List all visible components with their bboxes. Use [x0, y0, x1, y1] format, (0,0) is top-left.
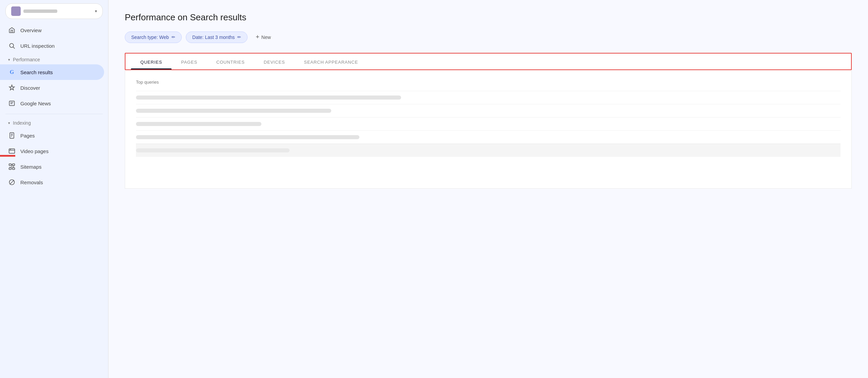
- indexing-section[interactable]: ▾ Indexing: [0, 117, 108, 128]
- filter-bar: Search type: Web ✏ Date: Last 3 months ✏…: [125, 31, 852, 43]
- removals-icon: [8, 178, 16, 186]
- sidebar-item-overview-label: Overview: [20, 27, 42, 33]
- search-type-filter[interactable]: Search type: Web ✏: [125, 31, 182, 43]
- svg-rect-10: [9, 149, 15, 153]
- site-name-blurred: [23, 9, 57, 13]
- new-filter-label: New: [261, 35, 271, 40]
- sidebar-item-google-news[interactable]: Google News: [0, 96, 104, 111]
- search-type-edit-icon: ✏: [172, 35, 175, 40]
- svg-rect-14: [13, 164, 15, 166]
- table-row: [136, 117, 841, 130]
- performance-arrow-icon: ▾: [8, 58, 10, 62]
- table-row: [136, 91, 841, 104]
- svg-line-22: [10, 180, 14, 185]
- sidebar: ▾ Overview URL inspection ▾ Performance …: [0, 0, 108, 378]
- query-bar-blurred: [136, 135, 359, 139]
- sidebar-item-pages[interactable]: Pages: [0, 128, 104, 143]
- top-queries-label: Top queries: [136, 80, 841, 85]
- google-g-icon: G: [8, 68, 16, 76]
- query-bar-container: [136, 96, 841, 100]
- svg-line-1: [13, 47, 15, 49]
- sidebar-item-removals-label: Removals: [20, 180, 43, 185]
- tab-search-appearance[interactable]: SEARCH APPEARANCE: [294, 54, 368, 69]
- home-icon: [8, 26, 16, 34]
- sidebar-item-discover-label: Discover: [20, 85, 40, 91]
- sidebar-item-sitemaps[interactable]: Sitemaps: [0, 159, 104, 174]
- sidebar-item-url-inspection[interactable]: URL inspection: [0, 38, 104, 54]
- query-bar-blurred: [136, 109, 331, 113]
- table-row: [136, 104, 841, 117]
- date-filter[interactable]: Date: Last 3 months ✏: [186, 31, 248, 43]
- svg-rect-15: [9, 168, 12, 169]
- tabs-container: QUERIES PAGES COUNTRIES DEVICES SEARCH A…: [125, 53, 852, 70]
- sidebar-item-search-results-label: Search results: [20, 69, 53, 75]
- sidebar-item-video-pages[interactable]: Video pages: [0, 143, 104, 159]
- plus-icon: +: [256, 34, 259, 41]
- tab-pages[interactable]: PAGES: [172, 54, 207, 69]
- table-row: [136, 144, 841, 157]
- tab-countries[interactable]: COUNTRIES: [207, 54, 254, 69]
- sidebar-item-video-pages-label: Video pages: [20, 148, 48, 154]
- tab-devices[interactable]: DEVICES: [254, 54, 295, 69]
- main-content: Performance on Search results Search typ…: [108, 0, 868, 378]
- sidebar-item-pages-label: Pages: [20, 133, 35, 139]
- sidebar-item-overview[interactable]: Overview: [0, 22, 104, 38]
- video-icon: [8, 147, 16, 155]
- tab-queries[interactable]: QUERIES: [131, 54, 172, 69]
- sitemaps-icon: [8, 163, 16, 170]
- indexing-arrow-icon: ▾: [8, 121, 10, 125]
- sidebar-divider: [5, 114, 103, 114]
- sidebar-item-removals[interactable]: Removals: [0, 174, 104, 190]
- query-bar-blurred: [136, 96, 401, 100]
- tabs-row: QUERIES PAGES COUNTRIES DEVICES SEARCH A…: [125, 54, 851, 69]
- table-row: [136, 130, 841, 144]
- chevron-down-icon: ▾: [95, 9, 97, 14]
- query-bar-container: [136, 109, 841, 113]
- site-selector[interactable]: ▾: [5, 3, 103, 19]
- query-bar-container: [136, 148, 841, 152]
- site-icon: [11, 6, 21, 16]
- sidebar-item-search-results[interactable]: G Search results: [0, 64, 104, 80]
- indexing-section-label: Indexing: [13, 120, 31, 126]
- performance-section[interactable]: ▾ Performance: [0, 54, 108, 64]
- content-area: Top queries: [125, 70, 852, 189]
- main-wrapper: Performance on Search results Search typ…: [108, 0, 868, 378]
- svg-rect-13: [9, 164, 12, 166]
- sidebar-item-google-news-label: Google News: [20, 101, 51, 106]
- performance-section-label: Performance: [13, 57, 40, 62]
- pages-icon: [8, 132, 16, 139]
- query-bar-container: [136, 122, 841, 126]
- query-bar-blurred: [136, 148, 290, 152]
- date-label: Date: Last 3 months: [192, 35, 235, 40]
- date-edit-icon: ✏: [237, 35, 241, 40]
- sidebar-item-url-inspection-label: URL inspection: [20, 43, 55, 49]
- page-title: Performance on Search results: [125, 12, 852, 23]
- new-filter-button[interactable]: + New: [252, 31, 275, 43]
- sidebar-item-sitemaps-label: Sitemaps: [20, 164, 42, 170]
- svg-rect-16: [13, 168, 15, 169]
- google-news-icon: [8, 100, 16, 107]
- url-inspection-icon: [8, 42, 16, 49]
- sidebar-item-discover[interactable]: Discover: [0, 80, 104, 96]
- svg-point-0: [9, 43, 14, 47]
- query-bar-blurred: [136, 122, 261, 126]
- discover-icon: [8, 84, 16, 91]
- query-bar-container: [136, 135, 841, 139]
- search-type-label: Search type: Web: [131, 35, 169, 40]
